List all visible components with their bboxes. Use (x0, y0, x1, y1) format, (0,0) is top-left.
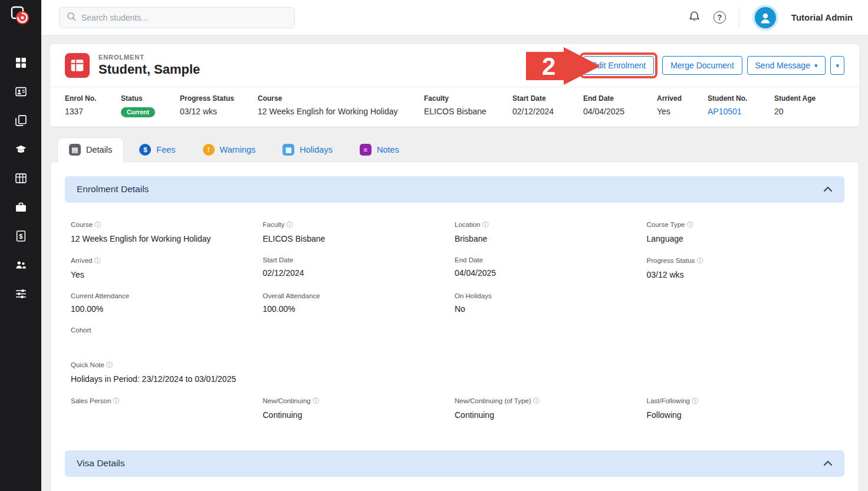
summary-label: Start Date (512, 94, 583, 103)
notifications-button[interactable] (688, 11, 701, 25)
main-area: ? Tutorial Admin (41, 0, 868, 491)
info-icon[interactable]: ⓘ (482, 221, 489, 228)
enrolment-details-section: Enrolment Details Course ⓘ12 Weeks Engli… (65, 176, 844, 435)
summary-label: Status (121, 94, 180, 103)
field-label: Course ⓘ (71, 220, 263, 229)
info-icon[interactable]: ⓘ (113, 397, 120, 404)
table-icon (15, 173, 27, 186)
field-label: Start Date (263, 256, 455, 263)
enrolment-details-header[interactable]: Enrolment Details (65, 176, 844, 203)
note-icon: ≡ (360, 144, 371, 156)
tab-bar: ▤Details$Fees!Warnings▦Holidays≡Notes (50, 137, 859, 162)
field-label: Course Type ⓘ (647, 220, 839, 229)
more-actions-button[interactable]: ▾ (830, 56, 844, 75)
help-button[interactable]: ? (714, 11, 726, 24)
summary-value: 20 (774, 107, 816, 116)
info-icon[interactable]: ⓘ (533, 397, 540, 404)
info-icon[interactable]: ⓘ (94, 221, 101, 228)
page-content: ENROLMENT Student, Sample Edit Enrolment… (41, 35, 868, 491)
search-input[interactable] (81, 13, 287, 22)
summary-row: Enrol No.1337StatusCurrentProgress Statu… (50, 87, 859, 127)
field-value: Yes (71, 270, 263, 280)
summary-field: Course12 Weeks English for Working Holid… (258, 94, 424, 117)
summary-field: End Date04/04/2025 (583, 94, 657, 117)
summary-value: 04/04/2025 (583, 107, 657, 116)
tab-holidays[interactable]: ▦Holidays (271, 137, 344, 162)
sidebar: $ (0, 0, 41, 491)
detail-field: Quick Note ⓘHolidays in Period: 23/12/20… (71, 361, 455, 384)
send-message-button[interactable]: Send Message ▾ (747, 56, 826, 75)
bell-icon (688, 11, 701, 25)
summary-field: Student No.AP10501 (708, 94, 774, 117)
chevron-up-icon[interactable] (823, 184, 833, 195)
user-avatar[interactable] (752, 5, 778, 31)
topbar-divider (739, 7, 739, 28)
sidebar-item-placements[interactable] (0, 194, 41, 223)
field-label: On Holidays (455, 292, 647, 299)
sidebar-item-finance[interactable]: $ (0, 223, 41, 252)
status-badge: Current (121, 107, 155, 117)
topbar: ? Tutorial Admin (41, 0, 868, 35)
detail-field: Sales Person ⓘ (71, 397, 263, 420)
field-label: Progress Status ⓘ (647, 256, 839, 265)
field-label: Sales Person ⓘ (71, 397, 263, 406)
tab-details[interactable]: ▤Details (57, 137, 124, 162)
page-kicker: ENROLMENT (98, 54, 200, 61)
tab-fees[interactable]: $Fees (127, 137, 187, 162)
info-icon[interactable]: ⓘ (106, 361, 113, 368)
detail-field: New/Continuing ⓘContinuing (263, 397, 455, 420)
summary-field: StatusCurrent (121, 94, 180, 117)
visa-details-section: Visa Details (65, 450, 844, 491)
summary-value: Current (121, 107, 180, 117)
info-icon[interactable]: ⓘ (287, 221, 293, 228)
field-value: 100.00% (71, 304, 263, 314)
search-icon (67, 12, 76, 24)
field-value (71, 338, 263, 348)
field-label: Location ⓘ (455, 220, 647, 229)
info-icon[interactable]: ⓘ (313, 397, 319, 404)
detail-field: Progress Status ⓘ03/12 wks (647, 256, 839, 280)
field-label: Faculty ⓘ (263, 220, 455, 229)
field-value: Holidays in Period: 23/12/2024 to 03/01/… (71, 374, 455, 384)
merge-document-button[interactable]: Merge Document (662, 56, 742, 75)
graduation-cap-icon (15, 144, 27, 157)
documents-icon (15, 115, 27, 128)
field-label: Last/Following ⓘ (647, 397, 839, 406)
info-icon[interactable]: ⓘ (697, 257, 703, 264)
field-value: Following (647, 410, 839, 420)
enrolment-header-card: ENROLMENT Student, Sample Edit Enrolment… (50, 44, 859, 127)
field-value: Language (647, 234, 839, 244)
field-value: 02/12/2024 (263, 268, 455, 278)
field-label: Cohort (71, 327, 263, 334)
chevron-down-icon: ▾ (836, 62, 839, 70)
warning-icon: ! (203, 144, 215, 156)
tab-notes[interactable]: ≡Notes (348, 137, 411, 162)
student-no-link[interactable]: AP10501 (708, 107, 742, 116)
sidebar-item-courses[interactable] (0, 136, 41, 165)
fees-dollar-icon: $ (139, 144, 151, 156)
sidebar-item-community[interactable] (0, 252, 41, 281)
field-label: New/Continuing (of Type) ⓘ (455, 397, 647, 406)
tab-warnings[interactable]: !Warnings (191, 137, 268, 162)
summary-label: Progress Status (180, 94, 258, 103)
visa-details-header[interactable]: Visa Details (65, 450, 844, 477)
tab-label: Holidays (300, 145, 333, 154)
edit-enrolment-button[interactable]: Edit Enrolment (583, 56, 654, 75)
sidebar-item-dashboard[interactable] (0, 50, 41, 78)
summary-label: Course (258, 94, 424, 103)
sidebar-item-contacts[interactable] (0, 78, 41, 107)
section-title: Visa Details (77, 458, 125, 469)
search-box[interactable] (59, 7, 295, 28)
sidebar-item-tables[interactable] (0, 165, 41, 194)
sidebar-item-settings[interactable] (0, 281, 41, 309)
sidebar-item-documents[interactable] (0, 107, 41, 136)
summary-value: AP10501 (708, 107, 774, 116)
chevron-up-icon[interactable] (823, 458, 833, 469)
info-icon[interactable]: ⓘ (94, 257, 101, 264)
info-icon[interactable]: ⓘ (687, 221, 693, 228)
info-icon[interactable]: ⓘ (692, 397, 698, 404)
visa-fields (65, 477, 844, 491)
summary-value: 02/12/2024 (512, 107, 583, 116)
app-logo[interactable] (0, 0, 41, 34)
tab-label: Fees (156, 145, 175, 154)
